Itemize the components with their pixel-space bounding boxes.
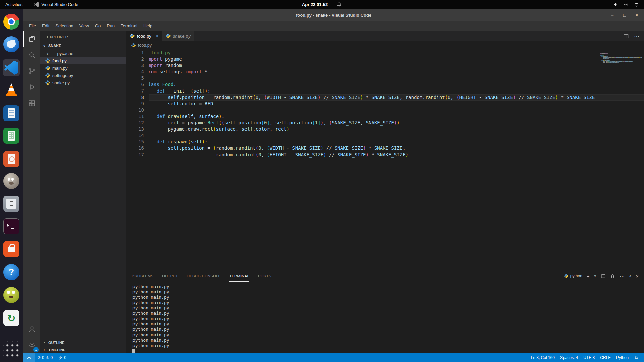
code-line[interactable]: # food.py [149, 50, 171, 56]
code-line[interactable]: import pygame [149, 56, 182, 62]
menu-go[interactable]: Go [92, 23, 104, 28]
code-line[interactable]: random.randint(0, (HEIGHT - SNAKE_SIZE) … [149, 152, 408, 158]
menu-edit[interactable]: Edit [39, 23, 52, 28]
manage-settings-button[interactable]: 1 [23, 337, 40, 353]
maximize-button[interactable]: □ [619, 9, 631, 21]
problems-status[interactable]: ⊘ 0 ⚠ 0 [35, 353, 55, 362]
code-line[interactable]: def draw(self, surface): [149, 113, 224, 120]
ports-status[interactable]: 0 [55, 353, 69, 362]
kill-terminal-button[interactable] [610, 274, 615, 279]
software-icon[interactable] [3, 241, 19, 257]
maximize-panel-button[interactable]: ∧ [629, 274, 631, 278]
breadcrumb[interactable]: food.py [126, 41, 644, 50]
close-tab-icon[interactable]: × [156, 33, 159, 39]
code-line[interactable]: class Food: [149, 81, 176, 88]
minimap-line [600, 52, 602, 52]
vlc-icon[interactable] [3, 82, 19, 98]
new-terminal-button[interactable]: + [587, 274, 590, 279]
chrome-icon[interactable] [3, 14, 19, 30]
system-tray[interactable] [613, 2, 644, 7]
code-editor[interactable]: 1234567891011121314151617 # food.pyimpor… [126, 50, 644, 270]
file-item-snakepy[interactable]: snake.py [40, 79, 126, 86]
project-section-header[interactable]: ∨ SNAKE [40, 42, 126, 50]
code-content[interactable]: # food.pyimport pygameimport randomfrom … [149, 50, 644, 270]
mail-icon[interactable] [3, 36, 19, 52]
timeline-section[interactable]: › TIMELINE [40, 346, 126, 353]
terminal[interactable]: python main.pypython main.pypython main.… [132, 284, 639, 353]
menu-help[interactable]: Help [140, 23, 155, 28]
indentation-status[interactable]: Spaces: 4 [557, 355, 581, 360]
dock-icon-art [3, 218, 19, 234]
extensions-view-button[interactable] [23, 95, 40, 111]
minimize-button[interactable]: – [606, 9, 619, 21]
run-debug-view-button[interactable] [23, 79, 40, 95]
cursor-position-status[interactable]: Ln 8, Col 160 [528, 355, 557, 360]
code-line[interactable]: from settings import * [149, 69, 207, 75]
calc-icon[interactable] [3, 128, 19, 144]
recycle-icon[interactable]: ↻ [3, 310, 19, 326]
explorer-view-button[interactable] [23, 31, 40, 47]
code-line[interactable]: import random [149, 62, 182, 69]
split-terminal-button[interactable] [601, 274, 606, 279]
search-view-button[interactable] [23, 47, 40, 63]
eol-status[interactable]: CRLF [597, 355, 613, 360]
gimp-icon[interactable] [3, 173, 19, 189]
code-line[interactable]: self.position = (random.randint(0, (WIDT… [149, 145, 406, 152]
help-icon[interactable]: ? [3, 264, 19, 280]
terminal-profile[interactable]: python [564, 274, 582, 278]
clock[interactable]: Apr 22 01:52 [302, 2, 328, 7]
code-token [149, 114, 157, 119]
language-status[interactable]: Python [613, 355, 631, 360]
close-panel-button[interactable]: × [636, 274, 639, 279]
explorer-more-actions-button[interactable]: ⋯ [116, 34, 121, 40]
notifications-bell[interactable] [631, 355, 641, 360]
editor-tab-snakepy[interactable]: snake.py [162, 31, 194, 41]
writer-icon[interactable] [3, 105, 19, 121]
editor-more-button[interactable]: ⋯ [634, 33, 639, 39]
remote-indicator[interactable]: >< [23, 353, 35, 362]
panel-tab-output[interactable]: OUTPUT [162, 270, 178, 282]
panel-tab-terminal[interactable]: TERMINAL [229, 270, 249, 282]
source-control-view-button[interactable] [23, 63, 40, 79]
files-icon[interactable] [3, 196, 19, 212]
panel-more-button[interactable]: ⋯ [620, 274, 625, 279]
outline-section[interactable]: › OUTLINE [40, 339, 126, 346]
code-icon[interactable] [3, 59, 20, 76]
accounts-button[interactable] [23, 321, 40, 337]
file-item-settingspy[interactable]: settings.py [40, 72, 126, 79]
code-line[interactable]: self.position = random.randint(0, (WIDTH… [149, 94, 595, 101]
menu-terminal[interactable]: Terminal [118, 23, 140, 28]
code-line[interactable]: pygame.draw.rect(surface, self.color, re… [149, 126, 289, 132]
panel-tab-debug-console[interactable]: DEBUG CONSOLE [187, 270, 221, 282]
code-line[interactable]: rect = pygame.Rect((self.position[0], se… [149, 120, 400, 126]
terminal-dropdown-button[interactable]: ∨ [594, 274, 596, 278]
apps-icon[interactable] [3, 341, 19, 357]
code-line[interactable]: def respawn(self): [149, 139, 208, 145]
editor-tab-foodpy[interactable]: food.py× [126, 31, 162, 41]
focused-app-indicator[interactable]: Visual Studio Code [34, 2, 78, 7]
menu-selection[interactable]: Selection [52, 23, 76, 28]
split-editor-button[interactable] [623, 33, 629, 39]
menu-view[interactable]: View [76, 23, 92, 28]
impress-icon[interactable] [3, 151, 19, 167]
term-icon[interactable] [3, 218, 19, 234]
code-token: WIDTH [270, 145, 284, 151]
minimap[interactable] [599, 50, 644, 117]
panel-tab-problems[interactable]: PROBLEMS [132, 270, 153, 282]
file-item-__pycache__[interactable]: ›__pycache__ [40, 50, 126, 57]
menu-run[interactable]: Run [104, 23, 118, 28]
code-line[interactable]: self.color = RED [149, 101, 213, 107]
minimap-line [605, 58, 607, 59]
code-token: import [185, 69, 202, 74]
panel-tab-ports[interactable]: PORTS [258, 270, 271, 282]
close-button[interactable]: × [631, 9, 643, 21]
volume-icon [613, 2, 619, 7]
file-item-mainpy[interactable]: main.py [40, 64, 126, 72]
menu-file[interactable]: File [26, 23, 39, 28]
game-icon[interactable] [3, 287, 19, 303]
code-line[interactable]: def __init__(self): [149, 88, 210, 94]
activities-button[interactable]: Activities [0, 2, 28, 7]
encoding-status[interactable]: UTF-8 [581, 355, 597, 360]
file-item-foodpy[interactable]: food.py [40, 57, 126, 64]
title-bar[interactable]: food.py - snake - Visual Studio Code – □… [23, 9, 644, 21]
